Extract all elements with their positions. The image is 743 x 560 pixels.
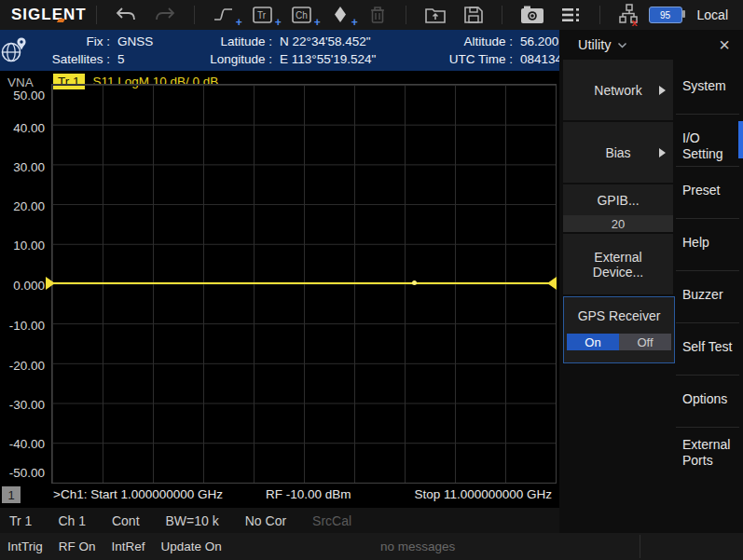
latitude-label: Latitude : bbox=[183, 34, 272, 48]
active-menu-indicator bbox=[738, 121, 743, 158]
menu-item-system[interactable]: System bbox=[676, 78, 743, 94]
redo-button[interactable] bbox=[145, 0, 185, 30]
load-file-button[interactable] bbox=[416, 0, 455, 30]
app-label: VNA bbox=[7, 75, 34, 89]
start-frequency-label: >Ch1: Start 1.000000000 GHz bbox=[53, 487, 223, 501]
rf-power-label: RF -10.00 dBm bbox=[266, 487, 351, 501]
svg-text:Ch: Ch bbox=[296, 10, 308, 20]
add-trace-button[interactable]: Tr + bbox=[243, 0, 282, 30]
gps-receiver-toggle: On Off bbox=[567, 334, 671, 350]
status-correction: No Cor bbox=[245, 513, 286, 528]
submenu-item-gpib[interactable]: GPIB... bbox=[563, 184, 673, 215]
gnss-readout: Fix : GNSS Latitude : N 22°34'58.452" Al… bbox=[30, 33, 600, 68]
y-axis-tick: 10.00 bbox=[0, 239, 45, 253]
screenshot-button[interactable] bbox=[512, 0, 553, 30]
save-file-button[interactable] bbox=[455, 0, 492, 30]
utc-label: UTC Time : bbox=[434, 52, 513, 66]
marker-diamond-icon bbox=[329, 5, 351, 25]
satellites-value: 5 bbox=[117, 52, 175, 66]
fix-label: Fix : bbox=[30, 34, 110, 48]
message-area: no messages bbox=[380, 533, 455, 560]
y-axis-tick: -40.00 bbox=[0, 438, 45, 451]
divider bbox=[502, 6, 502, 24]
delete-button[interactable] bbox=[359, 0, 396, 30]
divider bbox=[676, 375, 739, 376]
utility-submenu: Network Bias GPIB... 20 External Device.… bbox=[563, 60, 673, 363]
utility-panel: Utility × Network Bias GPIB... 20 Extern… bbox=[559, 30, 743, 533]
fix-value: GNSS bbox=[117, 34, 175, 48]
external-device-label: External Device... bbox=[569, 250, 667, 280]
divider bbox=[676, 270, 739, 271]
submenu-item-network[interactable]: Network bbox=[563, 60, 673, 120]
battery-indicator: 95 bbox=[649, 7, 682, 23]
submenu-arrow-icon bbox=[659, 148, 666, 157]
status-rf: RF On bbox=[59, 540, 96, 553]
undo-button[interactable] bbox=[106, 0, 145, 30]
trace-status-bar: Tr 1 Ch 1 Cont BW=10 k No Cor SrcCal bbox=[0, 508, 560, 533]
panel-title: Utility bbox=[578, 37, 611, 52]
plus-icon: + bbox=[236, 17, 242, 28]
lan-disconnected-icon: x bbox=[617, 4, 641, 26]
divider bbox=[640, 535, 640, 558]
altitude-label: Altitude : bbox=[434, 34, 513, 48]
trace-line bbox=[52, 282, 556, 284]
menu-item-options[interactable]: Options bbox=[676, 391, 743, 407]
submenu-item-external-device[interactable]: External Device... bbox=[563, 234, 673, 294]
plot-area[interactable] bbox=[51, 84, 557, 484]
status-trigger: IntTrig bbox=[7, 540, 43, 553]
save-floppy-icon bbox=[462, 5, 485, 25]
plus-icon: + bbox=[314, 17, 321, 28]
bottom-status-items: IntTrig RF On IntRef Update On bbox=[7, 533, 238, 560]
status-sweep-mode: Cont bbox=[112, 513, 140, 528]
gps-globe-icon bbox=[0, 35, 30, 65]
svg-text:x: x bbox=[631, 17, 638, 26]
reference-level-marker-right bbox=[547, 277, 557, 290]
redo-icon bbox=[153, 5, 177, 25]
gpib-label: GPIB... bbox=[597, 193, 639, 208]
camera-icon bbox=[519, 5, 545, 25]
divider bbox=[676, 322, 739, 323]
gps-on-button[interactable]: On bbox=[567, 334, 619, 350]
battery-tip bbox=[682, 10, 685, 18]
chevron-down-icon bbox=[617, 42, 627, 48]
y-axis-tick: 50.00 bbox=[0, 89, 45, 102]
add-channel-button[interactable]: Ch + bbox=[282, 0, 322, 30]
add-marker-button[interactable]: + bbox=[322, 0, 359, 30]
status-srccal: SrcCal bbox=[312, 513, 351, 528]
menu-item-io-setting[interactable]: I/O Setting bbox=[676, 130, 743, 162]
graph-region: VNA Tr 1 S11 LogM 10 dB/ 0 dB 50.00 40.0… bbox=[0, 71, 560, 508]
menu-item-preset[interactable]: Preset bbox=[676, 183, 743, 198]
status-channel: Ch 1 bbox=[58, 513, 86, 528]
latitude-value: N 22°34'58.452" bbox=[280, 34, 427, 48]
divider bbox=[194, 6, 195, 24]
submenu-item-bias[interactable]: Bias bbox=[563, 122, 673, 183]
divider bbox=[676, 427, 739, 428]
menu-item-buzzer[interactable]: Buzzer bbox=[676, 287, 743, 303]
y-axis-tick: -30.00 bbox=[0, 399, 45, 412]
channel-box-icon: Ch bbox=[290, 5, 314, 25]
status-update: Update On bbox=[161, 540, 222, 553]
siglent-logo-text: SIGLENT bbox=[11, 6, 87, 23]
status-reference: IntRef bbox=[112, 540, 145, 553]
vna-screen: SIGLENT + Tr + Ch + + bbox=[0, 0, 743, 560]
menu-panel-button[interactable] bbox=[553, 0, 590, 30]
utility-menu-dropdown[interactable]: Utility bbox=[578, 37, 627, 52]
y-axis-tick: 40.00 bbox=[0, 122, 45, 135]
y-axis-tick: -10.00 bbox=[0, 320, 45, 333]
y-axis-tick: -50.00 bbox=[0, 467, 45, 480]
divider bbox=[599, 6, 600, 24]
channel-number-badge: 1 bbox=[2, 486, 21, 503]
y-axis-tick: -20.00 bbox=[0, 360, 45, 373]
gpib-address-field[interactable]: 20 bbox=[563, 215, 673, 232]
menu-item-external-ports[interactable]: External Ports bbox=[676, 437, 743, 469]
y-axis-tick: 20.00 bbox=[0, 200, 45, 213]
network-status-button[interactable]: x bbox=[610, 0, 649, 30]
menu-item-self-test[interactable]: Self Test bbox=[676, 339, 743, 355]
trace-box-icon: Tr bbox=[251, 5, 275, 25]
submenu-item-gps-receiver[interactable]: GPS Receiver On Off bbox=[563, 296, 675, 363]
add-trace-math-button[interactable]: + bbox=[204, 0, 243, 30]
gnss-status-bar: Fix : GNSS Latitude : N 22°34'58.452" Al… bbox=[0, 30, 560, 71]
divider bbox=[406, 6, 406, 24]
gps-off-button[interactable]: Off bbox=[619, 334, 671, 350]
menu-item-help[interactable]: Help bbox=[676, 235, 743, 251]
